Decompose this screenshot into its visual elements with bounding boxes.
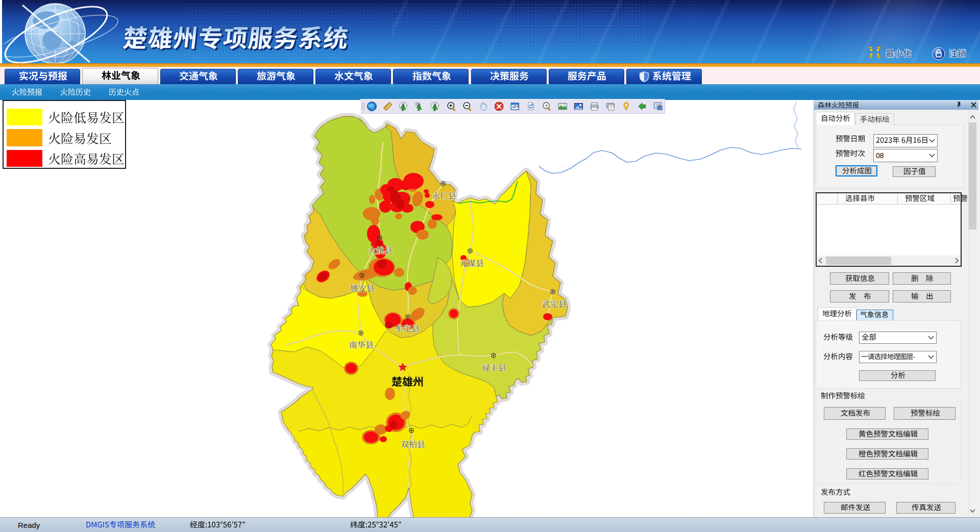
svg-text:?: ? (545, 104, 548, 109)
